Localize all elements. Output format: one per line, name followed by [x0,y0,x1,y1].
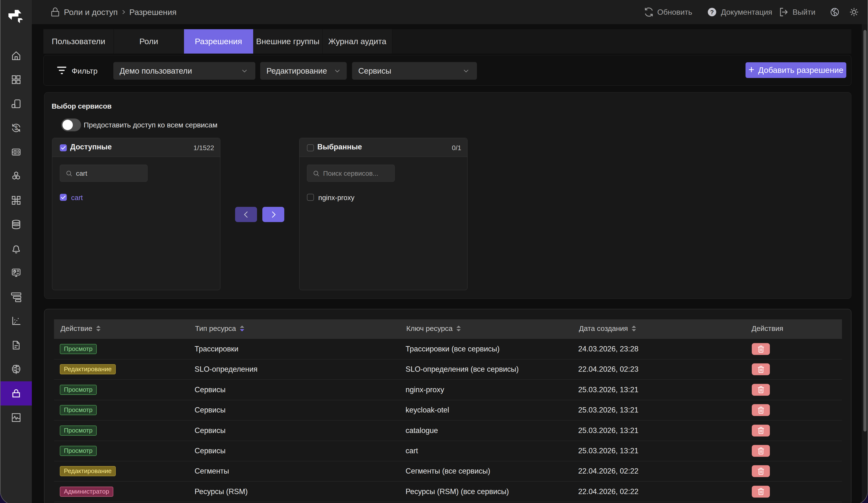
svg-text:$: $ [15,125,18,131]
svg-text:?: ? [710,9,714,16]
